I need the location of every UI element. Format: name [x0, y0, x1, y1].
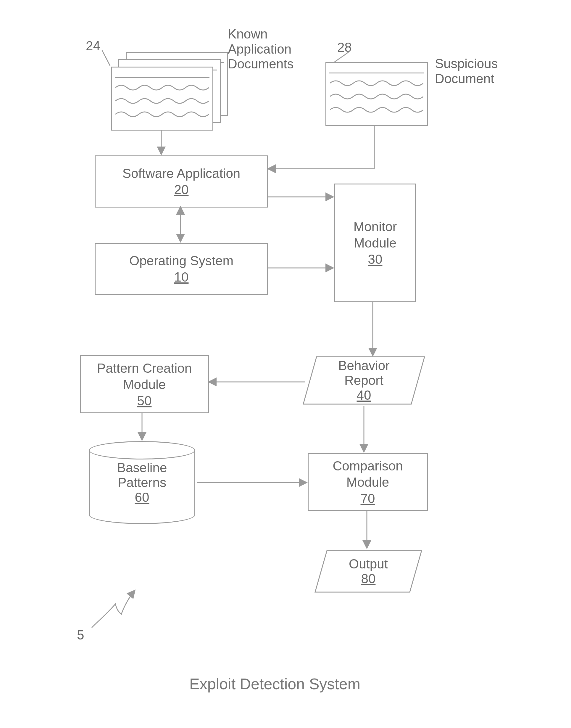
output-title: Output [349, 557, 388, 571]
baseline-patterns-node: Baseline Patterns 60 [89, 441, 195, 524]
baseline-patterns-title: Baseline Patterns [117, 460, 167, 490]
baseline-patterns-num: 60 [135, 490, 149, 505]
behavior-report-num: 40 [357, 388, 371, 402]
pattern-creation-title: Pattern Creation Module [97, 360, 192, 392]
behavior-report-node: Behavior Report 40 [302, 355, 426, 405]
diagram-caption: Exploit Detection System [189, 675, 360, 693]
software-application-node: Software Application 20 [95, 156, 268, 207]
software-application-num: 20 [174, 181, 189, 198]
comparison-module-title: Comparison Module [333, 458, 403, 490]
monitor-module-node: Monitor Module 30 [334, 184, 416, 302]
known-doc-front [111, 67, 213, 130]
output-num: 80 [361, 571, 376, 586]
operating-system-node: Operating System 10 [95, 243, 268, 295]
behavior-report-title: Behavior Report [338, 358, 390, 388]
suspicious-doc-label: Suspicious Document [435, 56, 498, 86]
ref-24: 24 [86, 38, 100, 54]
monitor-module-num: 30 [368, 251, 382, 267]
pattern-creation-num: 50 [137, 392, 152, 409]
monitor-module-title: Monitor Module [354, 218, 397, 251]
comparison-module-node: Comparison Module 70 [308, 453, 428, 511]
pattern-creation-node: Pattern Creation Module 50 [80, 355, 209, 413]
known-docs-label: Known Application Documents [228, 27, 294, 72]
software-application-title: Software Application [122, 165, 240, 181]
ref-5: 5 [77, 628, 84, 643]
operating-system-title: Operating System [129, 253, 233, 269]
diagram-canvas: Known Application Documents Suspicious D… [0, 0, 571, 728]
ref-28: 28 [337, 40, 352, 55]
operating-system-num: 10 [174, 269, 189, 285]
suspicious-doc-icon [325, 62, 428, 126]
output-node: Output 80 [314, 549, 423, 594]
comparison-module-num: 70 [361, 490, 375, 507]
